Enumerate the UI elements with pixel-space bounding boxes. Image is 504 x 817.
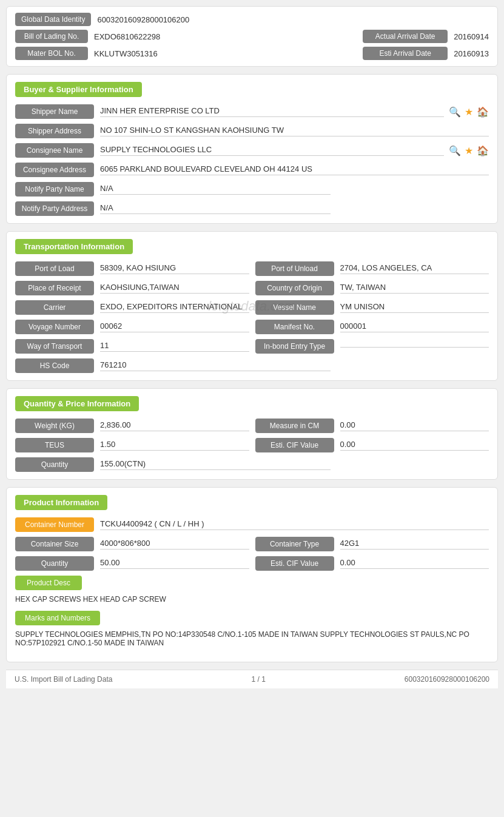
notify-party-name-label: Notify Party Name bbox=[15, 182, 94, 197]
product-desc-label: Product Desc bbox=[15, 576, 82, 590]
notify-party-name-row: Notify Party Name N/A bbox=[15, 182, 489, 197]
consignee-name-icons: 🔍 ★ 🏠 bbox=[449, 145, 489, 156]
footer-right: 600320160928000106200 bbox=[405, 675, 489, 684]
product-esti-cif-value: 0.00 bbox=[340, 558, 489, 569]
transportation-title: Transportation Information bbox=[15, 239, 133, 254]
consignee-home-icon[interactable]: 🏠 bbox=[477, 145, 489, 156]
country-of-origin-label: Country of Origin bbox=[255, 281, 334, 295]
product-quantity-col: Quantity 50.00 bbox=[15, 556, 249, 571]
actual-arrival-value: 20160914 bbox=[454, 32, 489, 41]
voyage-col: Voyage Number 00062 bbox=[15, 320, 249, 334]
shipper-address-label: Shipper Address bbox=[15, 124, 94, 138]
port-of-load-col: Port of Load 58309, KAO HSIUNG bbox=[15, 261, 249, 276]
manifest-col: Manifest No. 000001 bbox=[255, 320, 489, 334]
country-of-origin-value: TW, TAIWAN bbox=[340, 283, 489, 294]
notify-party-address-label: Notify Party Address bbox=[15, 201, 94, 216]
shipper-name-icons: 🔍 ★ 🏠 bbox=[449, 106, 489, 118]
shipper-address-row: Shipper Address NO 107 SHIN-LO ST KANGSH… bbox=[15, 124, 489, 138]
in-bond-label: In-bond Entry Type bbox=[255, 339, 334, 354]
consignee-search-icon[interactable]: 🔍 bbox=[449, 145, 461, 156]
esti-arrival-value: 20160913 bbox=[454, 49, 489, 58]
port-of-unload-value: 2704, LOS ANGELES, CA bbox=[340, 263, 489, 274]
footer: U.S. Import Bill of Lading Data 1 / 1 60… bbox=[6, 670, 498, 688]
mater-bol-value: KKLUTW3051316 bbox=[94, 49, 363, 58]
container-number-label: Container Number bbox=[15, 517, 94, 532]
carrier-col: Carrier EXDO, EXPEDITORS INTERNATIONAL bbox=[15, 300, 249, 315]
weight-measure-row: Weight (KG) 2,836.00 Measure in CM 0.00 bbox=[15, 419, 489, 433]
teus-col: TEUS 1.50 bbox=[15, 438, 249, 452]
consignee-address-row: Consignee Address 6065 PARKLAND BOULEVAR… bbox=[15, 163, 489, 177]
quantity-label: Quantity bbox=[15, 457, 94, 472]
product-desc-text: HEX CAP SCREWS HEX HEAD CAP SCREW bbox=[15, 594, 489, 605]
marks-row: Marks and Numbers bbox=[15, 611, 489, 625]
quantity-value: 155.00(CTN) bbox=[100, 459, 331, 470]
esti-cif-label: Esti. CIF Value bbox=[255, 438, 334, 452]
transportation-card: lo.gtodata.com Transportation Informatio… bbox=[6, 231, 498, 381]
product-quantity-cif-row: Quantity 50.00 Esti. CIF Value 0.00 bbox=[15, 556, 489, 571]
marks-text: SUPPLY TECHNOLOGIES MEMPHIS,TN PO NO:14P… bbox=[15, 629, 489, 648]
bol-row: Bill of Lading No. EXDO6810622298 Actual… bbox=[15, 30, 489, 43]
shipper-name-value: JINN HER ENTERPRISE CO LTD bbox=[100, 106, 444, 117]
consignee-name-row: Consignee Name SUPPLY TECHNOLOGIES LLC 🔍… bbox=[15, 143, 489, 158]
port-of-load-value: 58309, KAO HSIUNG bbox=[100, 263, 249, 274]
carrier-value: EXDO, EXPEDITORS INTERNATIONAL bbox=[100, 302, 249, 313]
product-esti-cif-label: Esti. CIF Value bbox=[255, 556, 334, 571]
teus-cif-row: TEUS 1.50 Esti. CIF Value 0.00 bbox=[15, 438, 489, 452]
product-title: Product Information bbox=[15, 495, 107, 510]
container-size-col: Container Size 4000*806*800 bbox=[15, 537, 249, 551]
global-identity-label: Global Data Identity bbox=[15, 13, 91, 26]
container-type-label: Container Type bbox=[255, 537, 334, 551]
quantity-row: Quantity 155.00(CTN) bbox=[15, 457, 489, 472]
port-of-load-label: Port of Load bbox=[15, 261, 94, 276]
bol-label: Bill of Lading No. bbox=[15, 30, 88, 43]
place-of-receipt-label: Place of Receipt bbox=[15, 281, 94, 295]
shipper-name-label: Shipper Name bbox=[15, 104, 94, 119]
container-number-value: TCKU4400942 ( CN / L / HH ) bbox=[100, 519, 489, 530]
consignee-address-label: Consignee Address bbox=[15, 163, 94, 177]
consignee-name-value: SUPPLY TECHNOLOGIES LLC bbox=[100, 145, 444, 156]
product-cif-col: Esti. CIF Value 0.00 bbox=[255, 556, 489, 571]
port-of-unload-col: Port of Unload 2704, LOS ANGELES, CA bbox=[255, 261, 489, 276]
global-identity-value: 600320160928000106200 bbox=[97, 15, 189, 24]
vessel-name-col: Vessel Name YM UNISON bbox=[255, 300, 489, 315]
port-of-unload-label: Port of Unload bbox=[255, 261, 334, 276]
place-of-receipt-value: KAOHSIUNG,TAIWAN bbox=[100, 283, 249, 294]
buyer-supplier-card: Buyer & Supplier Information Shipper Nam… bbox=[6, 74, 498, 224]
consignee-name-label: Consignee Name bbox=[15, 143, 94, 158]
teus-value: 1.50 bbox=[100, 440, 249, 451]
product-desc-row: Product Desc bbox=[15, 576, 489, 590]
teus-label: TEUS bbox=[15, 438, 94, 452]
place-of-receipt-col: Place of Receipt KAOHSIUNG,TAIWAN bbox=[15, 281, 249, 295]
buyer-supplier-title: Buyer & Supplier Information bbox=[15, 82, 142, 97]
consignee-star-icon[interactable]: ★ bbox=[465, 145, 473, 156]
shipper-star-icon[interactable]: ★ bbox=[465, 106, 473, 118]
esti-cif-col: Esti. CIF Value 0.00 bbox=[255, 438, 489, 452]
global-identity-row: Global Data Identity 6003201609280001062… bbox=[15, 13, 489, 26]
notify-party-address-row: Notify Party Address N/A bbox=[15, 201, 489, 216]
footer-center: 1 / 1 bbox=[251, 675, 265, 684]
shipper-name-row: Shipper Name JINN HER ENTERPRISE CO LTD … bbox=[15, 104, 489, 119]
port-row: Port of Load 58309, KAO HSIUNG Port of U… bbox=[15, 261, 489, 276]
way-of-transport-value: 11 bbox=[100, 341, 249, 352]
manifest-no-label: Manifest No. bbox=[255, 320, 334, 334]
consignee-address-value: 6065 PARKLAND BOULEVARD CLEVELAND OH 441… bbox=[100, 164, 489, 175]
notify-party-address-value: N/A bbox=[100, 203, 331, 214]
carrier-vessel-row: Carrier EXDO, EXPEDITORS INTERNATIONAL V… bbox=[15, 300, 489, 315]
way-of-transport-col: Way of Transport 11 bbox=[15, 339, 249, 354]
shipper-search-icon[interactable]: 🔍 bbox=[449, 106, 461, 118]
product-card: Product Information Container Number TCK… bbox=[6, 487, 498, 662]
in-bond-col: In-bond Entry Type bbox=[255, 339, 489, 354]
manifest-no-value: 000001 bbox=[340, 321, 489, 332]
marks-label: Marks and Numbers bbox=[15, 611, 100, 625]
notify-party-name-value: N/A bbox=[100, 184, 331, 195]
vessel-name-label: Vessel Name bbox=[255, 300, 334, 315]
container-size-value: 4000*806*800 bbox=[100, 539, 249, 550]
shipper-home-icon[interactable]: 🏠 bbox=[477, 106, 489, 118]
in-bond-value bbox=[340, 346, 489, 348]
mater-bol-label: Mater BOL No. bbox=[15, 47, 88, 60]
actual-arrival-label: Actual Arrival Date bbox=[363, 30, 448, 43]
measure-label: Measure in CM bbox=[255, 419, 334, 433]
weight-value: 2,836.00 bbox=[100, 420, 249, 431]
container-size-type-row: Container Size 4000*806*800 Container Ty… bbox=[15, 537, 489, 551]
hs-code-row: HS Code 761210 bbox=[15, 358, 489, 373]
